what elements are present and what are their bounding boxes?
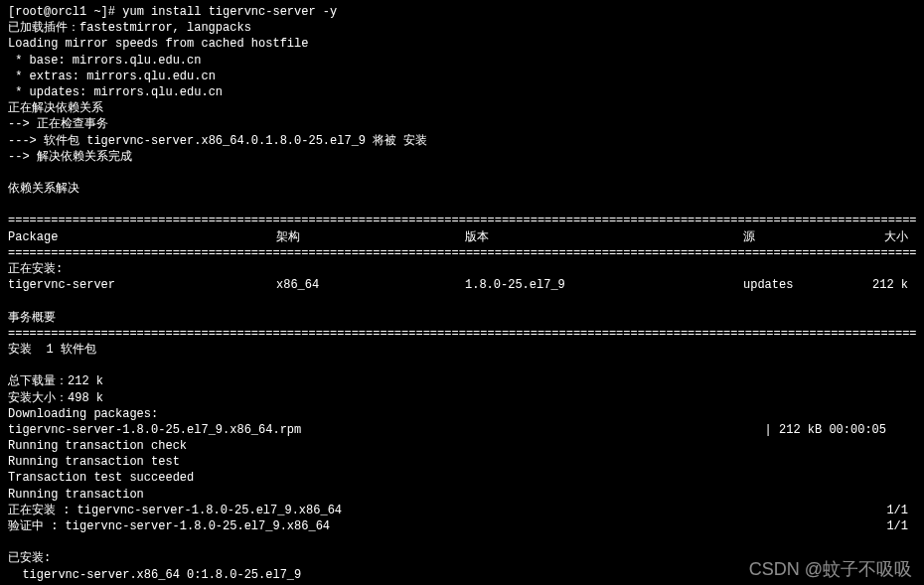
install-step-count: 1/1 xyxy=(886,518,916,534)
total-download: 总下载量：212 k xyxy=(8,373,916,389)
install-step-label: 正在安装 : tigervnc-server-1.8.0-25.el7_9.x8… xyxy=(8,503,886,518)
cell-size: 212 k xyxy=(872,277,916,293)
cell-package: tigervnc-server xyxy=(8,277,276,293)
download-row: tigervnc-server-1.8.0-25.el7_9.x86_64.rp… xyxy=(8,422,916,438)
divider: ========================================… xyxy=(8,326,916,342)
output-line: 已加载插件：fastestmirror, langpacks xyxy=(8,20,916,36)
install-step-label: 验证中 : tigervnc-server-1.8.0-25.el7_9.x86… xyxy=(8,518,886,534)
install-step-row: 正在安装 : tigervnc-server-1.8.0-25.el7_9.x8… xyxy=(8,503,916,518)
output-line: * base: mirrors.qlu.edu.cn xyxy=(8,53,916,69)
output-line: --> 解决依赖关系完成 xyxy=(8,149,916,165)
header-arch: 架构 xyxy=(276,229,465,245)
package-row: tigervnc-server x86_64 1.8.0-25.el7_9 up… xyxy=(8,277,916,293)
header-repo: 源 xyxy=(743,229,872,245)
downloading-label: Downloading packages: xyxy=(8,406,916,422)
prompt-line[interactable]: [root@orcl1 ~]# yum install tigervnc-ser… xyxy=(8,4,916,20)
terminal-output: [root@orcl1 ~]# yum install tigervnc-ser… xyxy=(8,4,916,585)
output-line: Running transaction check xyxy=(8,438,916,454)
blank-line xyxy=(8,358,916,373)
blank-line xyxy=(8,197,916,213)
blank-line xyxy=(8,534,916,550)
divider: ========================================… xyxy=(8,213,916,228)
header-size: 大小 xyxy=(872,229,916,245)
header-package: Package xyxy=(8,229,276,245)
blank-line xyxy=(8,293,916,309)
install-step-row: 验证中 : tigervnc-server-1.8.0-25.el7_9.x86… xyxy=(8,518,916,534)
output-line: 正在解决依赖关系 xyxy=(8,100,916,116)
download-file: tigervnc-server-1.8.0-25.el7_9.x86_64.rp… xyxy=(8,422,765,438)
cell-repo: updates xyxy=(743,277,872,293)
cell-version: 1.8.0-25.el7_9 xyxy=(465,277,743,293)
output-line: Running transaction xyxy=(8,487,916,503)
installing-label: 正在安装: xyxy=(8,261,916,277)
summary-header: 事务概要 xyxy=(8,310,916,326)
output-line: * extras: mirrors.qlu.edu.cn xyxy=(8,69,916,84)
blank-line xyxy=(8,165,916,181)
output-line: Loading mirror speeds from cached hostfi… xyxy=(8,36,916,52)
summary-line: 安装 1 软件包 xyxy=(8,342,916,358)
install-step-count: 1/1 xyxy=(886,503,916,518)
install-size: 安装大小：498 k xyxy=(8,390,916,406)
table-header-row: Package 架构 版本 源 大小 xyxy=(8,229,916,245)
download-stats: | 212 kB 00:00:05 xyxy=(765,422,916,438)
command-text: yum install tigervnc-server -y xyxy=(122,5,337,19)
output-line: * updates: mirrors.qlu.edu.cn xyxy=(8,84,916,100)
shell-prompt: [root@orcl1 ~]# xyxy=(8,5,115,19)
watermark: CSDN @蚊子不吸吸 xyxy=(749,557,912,581)
output-line: Running transaction test xyxy=(8,454,916,470)
cell-arch: x86_64 xyxy=(276,277,465,293)
output-line: --> 正在检查事务 xyxy=(8,116,916,132)
output-line: ---> 软件包 tigervnc-server.x86_64.0.1.8.0-… xyxy=(8,133,916,149)
output-line: Transaction test succeeded xyxy=(8,470,916,486)
divider: ========================================… xyxy=(8,245,916,261)
dep-resolved-label: 依赖关系解决 xyxy=(8,181,916,197)
header-version: 版本 xyxy=(465,229,743,245)
